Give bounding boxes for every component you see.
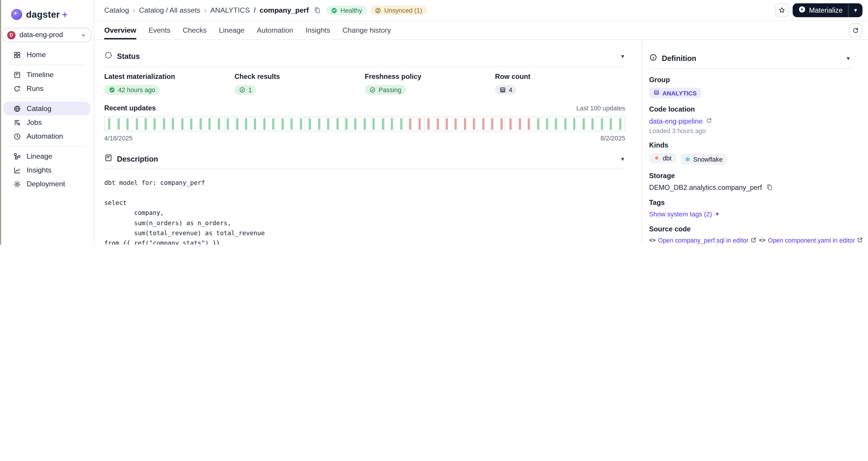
sidebar-item-timeline[interactable]: Timeline	[3, 68, 90, 82]
update-tick-success[interactable]	[117, 118, 120, 130]
sidebar-item-deployment[interactable]: Deployment	[3, 177, 90, 191]
update-tick-success[interactable]	[364, 118, 366, 130]
update-tick-failure[interactable]	[519, 118, 521, 130]
show-system-tags-link[interactable]: Show system tags (2)	[649, 210, 712, 218]
tab-events[interactable]: Events	[149, 21, 170, 39]
update-tick-success[interactable]	[354, 118, 356, 130]
update-tick-success[interactable]	[619, 118, 621, 130]
tab-insights[interactable]: Insights	[306, 21, 330, 39]
update-tick-success[interactable]	[300, 118, 302, 130]
refresh-button[interactable]	[848, 23, 862, 37]
tab-overview[interactable]: Overview	[104, 21, 136, 39]
update-tick-success[interactable]	[382, 118, 384, 130]
update-tick-success[interactable]	[281, 118, 284, 130]
update-tick-success[interactable]	[555, 118, 558, 130]
sidebar-item-automation[interactable]: Automation	[3, 129, 90, 143]
update-tick-success[interactable]	[391, 118, 393, 130]
materialize-dropdown[interactable]: ▼	[848, 3, 862, 17]
breadcrumb-all-assets[interactable]: Catalog / All assets	[139, 6, 200, 15]
update-tick-success[interactable]	[564, 118, 567, 130]
update-tick-success[interactable]	[135, 118, 138, 130]
copy-icon[interactable]	[766, 184, 773, 191]
breadcrumb-group[interactable]: ANALYTICS	[210, 6, 250, 15]
external-link-icon[interactable]	[751, 237, 757, 243]
kind-badge-snowflake[interactable]: ❄Snowflake	[680, 154, 727, 165]
update-tick-success[interactable]	[218, 118, 220, 130]
update-tick-failure[interactable]	[528, 118, 530, 130]
update-tick-success[interactable]	[108, 118, 111, 130]
update-tick-success[interactable]	[592, 118, 594, 130]
update-tick-success[interactable]	[601, 118, 603, 130]
reload-icon[interactable]	[705, 117, 712, 125]
source-link[interactable]: Open component.yaml in editor	[768, 237, 855, 243]
update-tick-success[interactable]	[163, 118, 165, 130]
kind-badge-dbt[interactable]: dbt	[649, 153, 676, 163]
sidebar-item-catalog[interactable]: Catalog	[3, 102, 90, 115]
update-tick-failure[interactable]	[500, 118, 503, 130]
external-link-icon[interactable]	[857, 237, 863, 243]
sidebar-item-runs[interactable]: Runs	[3, 82, 90, 95]
update-tick-success[interactable]	[272, 118, 275, 130]
deployment-selector[interactable]: D data-eng-prod	[2, 28, 92, 42]
copy-icon[interactable]	[314, 7, 321, 14]
update-tick-success[interactable]	[345, 118, 347, 130]
collapse-definition-caret[interactable]: ▾	[846, 55, 851, 62]
update-tick-success[interactable]	[227, 118, 229, 130]
update-tick-failure[interactable]	[464, 118, 466, 130]
update-tick-failure[interactable]	[455, 118, 457, 130]
update-tick-failure[interactable]	[473, 118, 475, 130]
update-tick-success[interactable]	[154, 118, 156, 130]
tab-lineage[interactable]: Lineage	[219, 21, 244, 39]
update-tick-success[interactable]	[583, 118, 585, 130]
update-tick-failure[interactable]	[446, 118, 448, 130]
health-status-badge[interactable]: Healthy	[327, 6, 367, 15]
update-tick-success[interactable]	[546, 118, 548, 130]
unsynced-badge[interactable]: Unsynced (1)	[371, 6, 427, 15]
sidebar-item-insights[interactable]: Insights	[3, 163, 90, 177]
stat-badge[interactable]: Passing	[365, 85, 405, 95]
update-tick-success[interactable]	[309, 118, 311, 130]
update-tick-failure[interactable]	[491, 118, 494, 130]
stat-badge[interactable]: 4	[495, 85, 517, 95]
code-location-link[interactable]: data-eng-pipeline	[649, 117, 703, 125]
update-tick-failure[interactable]	[409, 118, 412, 130]
group-badge[interactable]: ANALYTICS	[649, 88, 701, 98]
update-tick-success[interactable]	[318, 118, 320, 130]
tab-automation[interactable]: Automation	[257, 21, 293, 39]
update-tick-failure[interactable]	[437, 118, 439, 130]
tab-checks[interactable]: Checks	[183, 21, 207, 39]
sidebar-item-jobs[interactable]: Jobs	[3, 115, 90, 129]
update-tick-success[interactable]	[336, 118, 338, 130]
update-tick-success[interactable]	[290, 118, 293, 130]
tab-change-history[interactable]: Change history	[343, 21, 391, 39]
update-tick-success[interactable]	[145, 118, 147, 130]
materialize-button[interactable]: Materialize ▼	[793, 3, 862, 17]
favorite-button[interactable]	[775, 3, 788, 17]
stat-badge[interactable]: 42 hours ago	[104, 85, 160, 95]
update-tick-success[interactable]	[126, 118, 129, 130]
update-tick-success[interactable]	[190, 118, 193, 130]
recent-updates-strip[interactable]	[104, 117, 625, 132]
update-tick-success[interactable]	[327, 118, 329, 130]
update-tick-success[interactable]	[373, 118, 375, 130]
update-tick-success[interactable]	[610, 118, 612, 130]
update-tick-success[interactable]	[254, 118, 256, 130]
sidebar-item-lineage[interactable]: Lineage	[3, 149, 90, 163]
dagster-logo[interactable]: dagster +	[0, 8, 94, 28]
update-tick-success[interactable]	[574, 118, 576, 130]
update-tick-success[interactable]	[181, 118, 184, 130]
update-tick-failure[interactable]	[418, 118, 421, 130]
collapse-description-caret[interactable]: ▾	[620, 155, 625, 163]
update-tick-success[interactable]	[209, 118, 211, 130]
update-tick-success[interactable]	[245, 118, 247, 130]
update-tick-failure[interactable]	[428, 118, 430, 130]
collapse-status-caret[interactable]: ▾	[620, 52, 625, 60]
update-tick-success[interactable]	[172, 118, 174, 130]
update-tick-success[interactable]	[199, 118, 202, 130]
stat-badge[interactable]: 1	[234, 85, 256, 95]
update-tick-failure[interactable]	[482, 118, 485, 130]
update-tick-success[interactable]	[236, 118, 238, 130]
update-tick-success[interactable]	[400, 118, 403, 130]
breadcrumb-catalog[interactable]: Catalog	[104, 6, 129, 15]
update-tick-success[interactable]	[537, 118, 539, 130]
